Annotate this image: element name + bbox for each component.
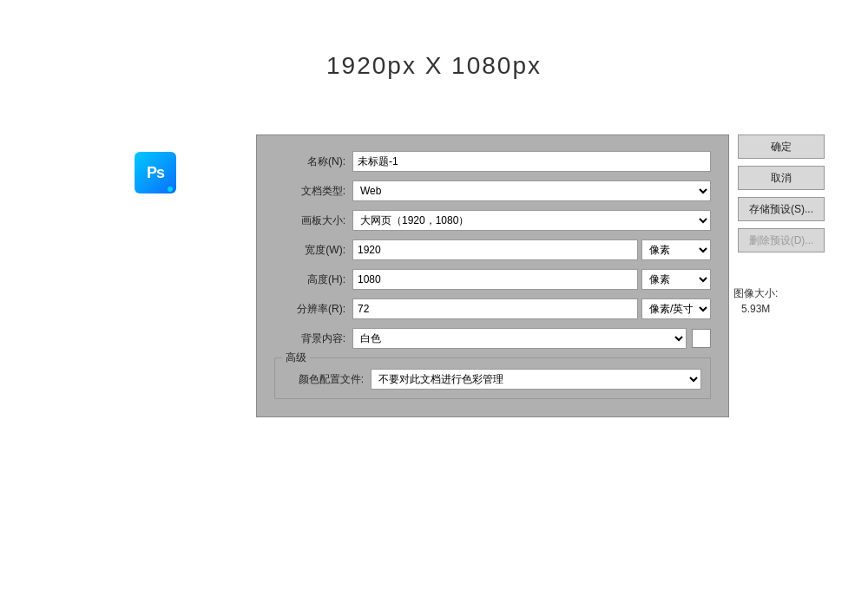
advanced-section: 高级 颜色配置文件: 不要对此文档进行色彩管理 [274, 357, 711, 399]
canvas-row: 画板大小: 大网页（1920，1080） [274, 210, 711, 231]
ok-button[interactable]: 确定 [738, 134, 825, 159]
resolution-label: 分辨率(R): [274, 302, 352, 317]
ps-icon: Ps [135, 152, 176, 193]
doc-type-label: 文档类型: [274, 184, 352, 199]
canvas-select[interactable]: 大网页（1920，1080） [352, 210, 711, 231]
name-field-wrapper [352, 151, 711, 172]
ps-icon-dot [168, 187, 173, 192]
doc-type-select[interactable]: Web [352, 180, 711, 201]
width-label: 宽度(W): [274, 243, 352, 258]
name-row: 名称(N): [274, 151, 711, 172]
name-input[interactable] [352, 151, 711, 172]
save-preset-button[interactable]: 存储预设(S)... [738, 197, 825, 221]
new-document-dialog: 名称(N): 文档类型: Web 画板大小: 大网页（1920，1080） 宽度… [256, 134, 729, 417]
resolution-field-wrapper: 像素/英寸 [352, 298, 711, 319]
color-profile-row: 颜色配置文件: 不要对此文档进行色彩管理 [284, 369, 701, 390]
height-row: 高度(H): 像素 [274, 269, 711, 290]
bg-field-wrapper: 白色 [352, 328, 711, 349]
cancel-button[interactable]: 取消 [738, 166, 825, 190]
ps-icon-wrapper: Ps [135, 152, 176, 193]
image-size-label: 图像大小: [733, 286, 778, 301]
doc-type-select-wrapper: Web [352, 180, 711, 201]
canvas-label: 画板大小: [274, 213, 352, 228]
buttons-panel: 确定 取消 存储预设(S)... 删除预设(D)... [738, 134, 825, 252]
delete-preset-button[interactable]: 删除预设(D)... [738, 228, 825, 252]
width-input[interactable] [352, 239, 638, 260]
resolution-unit-select[interactable]: 像素/英寸 [641, 298, 711, 319]
image-size-value: 5.93M [733, 303, 778, 315]
doc-type-row: 文档类型: Web [274, 180, 711, 201]
width-row: 宽度(W): 像素 [274, 239, 711, 260]
height-field-wrapper: 像素 [352, 269, 711, 290]
bg-label: 背景内容: [274, 331, 352, 346]
advanced-legend: 高级 [282, 351, 310, 365]
width-unit-select[interactable]: 像素 [641, 239, 711, 260]
width-field-wrapper: 像素 [352, 239, 711, 260]
name-label: 名称(N): [274, 154, 352, 169]
image-size-info: 图像大小: 5.93M [733, 286, 778, 315]
color-profile-select[interactable]: 不要对此文档进行色彩管理 [371, 369, 701, 390]
canvas-select-wrapper: 大网页（1920，1080） [352, 210, 711, 231]
height-label: 高度(H): [274, 272, 352, 287]
color-profile-label: 颜色配置文件: [284, 372, 371, 387]
resolution-input[interactable] [352, 298, 638, 319]
page-title: 1920px X 1080px [0, 52, 868, 80]
height-input[interactable] [352, 269, 638, 290]
resolution-row: 分辨率(R): 像素/英寸 [274, 298, 711, 319]
bg-color-swatch[interactable] [692, 329, 711, 348]
bg-select[interactable]: 白色 [352, 328, 687, 349]
height-unit-select[interactable]: 像素 [641, 269, 711, 290]
bg-row: 背景内容: 白色 [274, 328, 711, 349]
